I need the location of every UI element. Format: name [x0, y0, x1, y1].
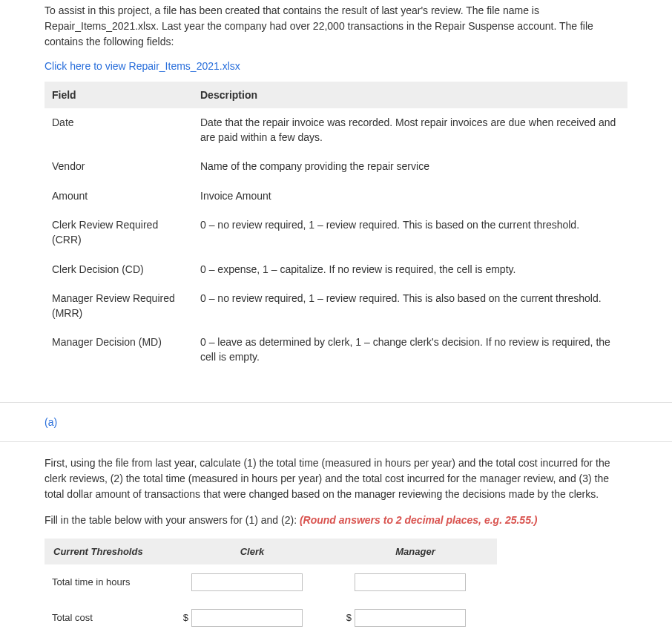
answers-header-manager: Manager — [334, 539, 497, 564]
fill-prompt: Fill in the table below with your answer… — [45, 513, 627, 528]
manager-cost-input[interactable] — [355, 609, 466, 627]
fields-table-block: Field Description Date Date that the rep… — [0, 82, 672, 395]
table-row: Manager Review Required (MRR) 0 – no rev… — [45, 284, 627, 328]
table-row: Clerk Decision (CD) 0 – expense, 1 – cap… — [45, 255, 627, 285]
field-name: Clerk Decision (CD) — [45, 255, 193, 285]
field-desc: 0 – no review required, 1 – review requi… — [193, 211, 627, 254]
part-label: (a) — [0, 402, 672, 442]
table-row: Date Date that the repair invoice was re… — [45, 108, 627, 152]
manager-time-input[interactable] — [355, 573, 466, 591]
field-desc: Invoice Amount — [193, 182, 627, 211]
table-row: Vendor Name of the company providing the… — [45, 152, 627, 182]
answers-table: Current Thresholds Clerk Manager Total t… — [45, 539, 497, 632]
instructions-text: First, using the file from last year, ca… — [45, 455, 627, 502]
clerk-time-input[interactable] — [191, 573, 303, 591]
fields-header-field: Field — [45, 82, 193, 108]
answers-header-clerk: Clerk — [171, 539, 334, 564]
fields-table: Field Description Date Date that the rep… — [45, 82, 627, 372]
table-row: Total cost $ $ — [45, 600, 497, 632]
part-a-content: First, using the file from last year, ca… — [0, 442, 672, 632]
page-container: To assist in this project, a file has be… — [0, 0, 672, 632]
field-name: Vendor — [45, 152, 193, 182]
intro-text: To assist in this project, a file has be… — [0, 0, 672, 56]
fill-prompt-hint: (Round answers to 2 decimal places, e.g.… — [300, 514, 538, 526]
answers-header-thresholds: Current Thresholds — [45, 539, 171, 564]
field-name: Manager Review Required (MRR) — [45, 284, 193, 328]
table-row: Total time in hours — [45, 564, 497, 600]
table-row: Manager Decision (MD) 0 – leave as deter… — [45, 328, 627, 372]
file-link[interactable]: Click here to view Repair_Items_2021.xls… — [0, 56, 672, 82]
field-desc: Name of the company providing the repair… — [193, 152, 627, 182]
row-label-time: Total time in hours — [45, 564, 171, 600]
field-desc: Date that the repair invoice was recorde… — [193, 108, 627, 152]
field-desc: 0 – leave as determined by clerk, 1 – ch… — [193, 328, 627, 372]
field-name: Amount — [45, 182, 193, 211]
table-row: Amount Invoice Amount — [45, 182, 627, 211]
currency-prefix-dollar: $ — [341, 612, 352, 623]
table-row: Clerk Review Required (CRR) 0 – no revie… — [45, 211, 627, 254]
currency-prefix-dollar: $ — [178, 612, 188, 623]
field-name: Clerk Review Required (CRR) — [45, 211, 193, 254]
fill-prompt-prefix: Fill in the table below with your answer… — [45, 514, 300, 526]
row-label-cost: Total cost — [45, 600, 171, 632]
field-desc: 0 – no review required, 1 – review requi… — [193, 284, 627, 328]
clerk-cost-input[interactable] — [191, 609, 303, 627]
field-name: Manager Decision (MD) — [45, 328, 193, 372]
field-name: Date — [45, 108, 193, 152]
field-desc: 0 – expense, 1 – capitalize. If no revie… — [193, 255, 627, 285]
fields-header-description: Description — [193, 82, 627, 108]
